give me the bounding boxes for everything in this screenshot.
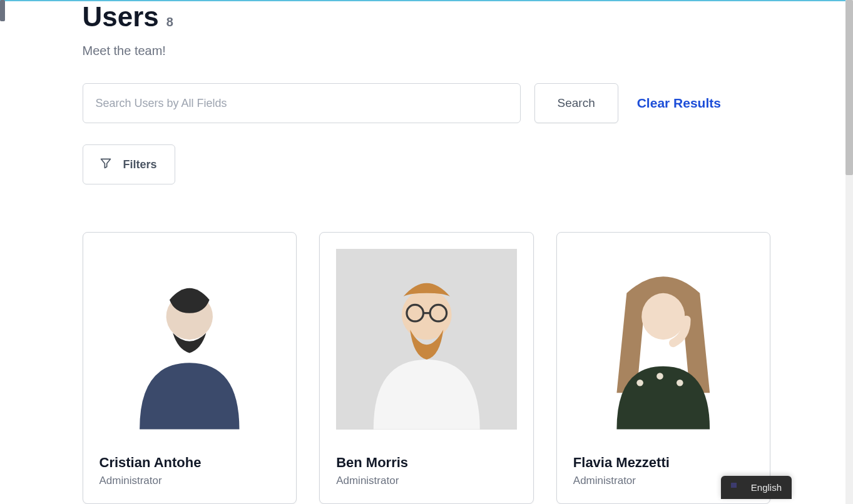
filter-icon	[100, 157, 112, 173]
user-card[interactable]: Ben Morris Administrator	[319, 232, 534, 504]
user-role: Administrator	[336, 475, 517, 487]
user-role: Administrator	[100, 475, 280, 487]
user-count-badge: 8	[166, 15, 173, 29]
avatar	[336, 249, 517, 430]
page-title: Users	[83, 1, 159, 33]
filters-button[interactable]: Filters	[83, 144, 175, 184]
search-button[interactable]: Search	[534, 83, 618, 123]
user-card[interactable]: Cristian Antohe Administrator	[83, 232, 297, 504]
user-name: Flavia Mezzetti	[573, 455, 754, 471]
vertical-scrollbar-thumb[interactable]	[845, 0, 853, 175]
svg-point-6	[677, 380, 683, 386]
svg-point-5	[657, 373, 664, 380]
svg-marker-0	[101, 159, 110, 168]
us-flag-icon	[731, 483, 745, 492]
user-name: Cristian Antohe	[100, 455, 280, 471]
vertical-scrollbar-track[interactable]	[845, 0, 853, 504]
clear-results-link[interactable]: Clear Results	[637, 96, 721, 111]
svg-point-4	[637, 380, 644, 386]
avatar	[100, 249, 280, 430]
user-card[interactable]: Flavia Mezzetti Administrator	[556, 232, 771, 504]
avatar	[573, 249, 754, 430]
user-cards-grid: Cristian Antohe Administrator Be	[83, 232, 771, 504]
page-subtitle: Meet the team!	[83, 44, 771, 58]
language-switcher[interactable]: English	[721, 476, 792, 499]
language-label: English	[751, 482, 782, 493]
page-scroll-indicator	[0, 0, 5, 21]
filters-button-label: Filters	[123, 158, 157, 171]
search-input[interactable]	[83, 83, 521, 123]
user-name: Ben Morris	[336, 455, 517, 471]
